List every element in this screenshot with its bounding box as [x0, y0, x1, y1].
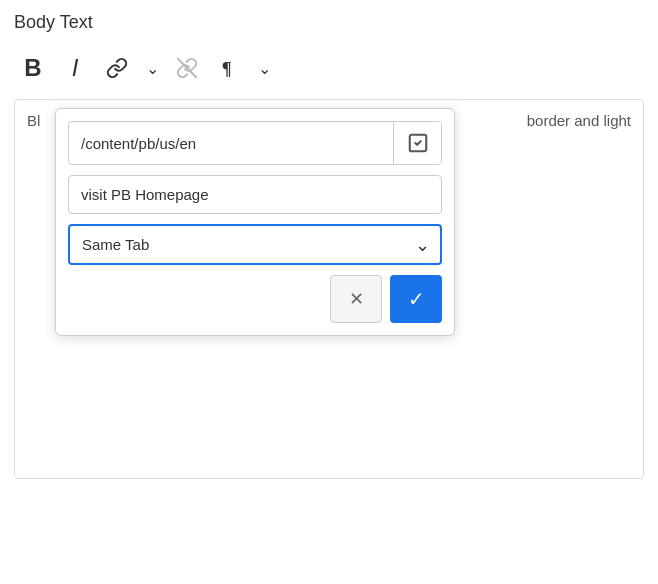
tab-select[interactable]: Same Tab New Tab — [68, 224, 442, 265]
unlink-button[interactable] — [168, 49, 206, 87]
link-popup: Same Tab New Tab ⌄ ✕ ✓ — [55, 108, 455, 336]
toolbar: B I ⌄ ¶ ⌄ — [0, 41, 658, 99]
cancel-button[interactable]: ✕ — [330, 275, 382, 323]
svg-text:¶: ¶ — [222, 59, 232, 79]
page-title: Body Text — [0, 0, 658, 41]
link-chevron-button[interactable]: ⌄ — [140, 49, 164, 87]
paragraph-chevron-button[interactable]: ⌄ — [252, 49, 276, 87]
confirm-button[interactable]: ✓ — [390, 275, 442, 323]
link-actions: ✕ ✓ — [68, 275, 442, 323]
link-icon — [106, 57, 128, 79]
tab-select-wrapper: Same Tab New Tab ⌄ — [68, 224, 442, 265]
paragraph-button[interactable]: ¶ — [210, 49, 248, 87]
link-text-input[interactable] — [68, 175, 442, 214]
url-check-button[interactable] — [393, 122, 441, 164]
paragraph-icon: ¶ — [218, 57, 240, 79]
editor-text-prefix: Bl — [27, 112, 40, 129]
bold-button[interactable]: B — [14, 49, 52, 87]
link-button[interactable] — [98, 49, 136, 87]
url-row — [68, 121, 442, 165]
checkbox-icon — [407, 132, 429, 154]
unlink-icon — [176, 57, 198, 79]
editor-area[interactable]: Bl Same Tab New Tab ⌄ ✕ ✓ — [14, 99, 644, 479]
italic-button[interactable]: I — [56, 49, 94, 87]
editor-text-suffix: border and light — [527, 112, 631, 129]
url-input[interactable] — [69, 125, 393, 162]
